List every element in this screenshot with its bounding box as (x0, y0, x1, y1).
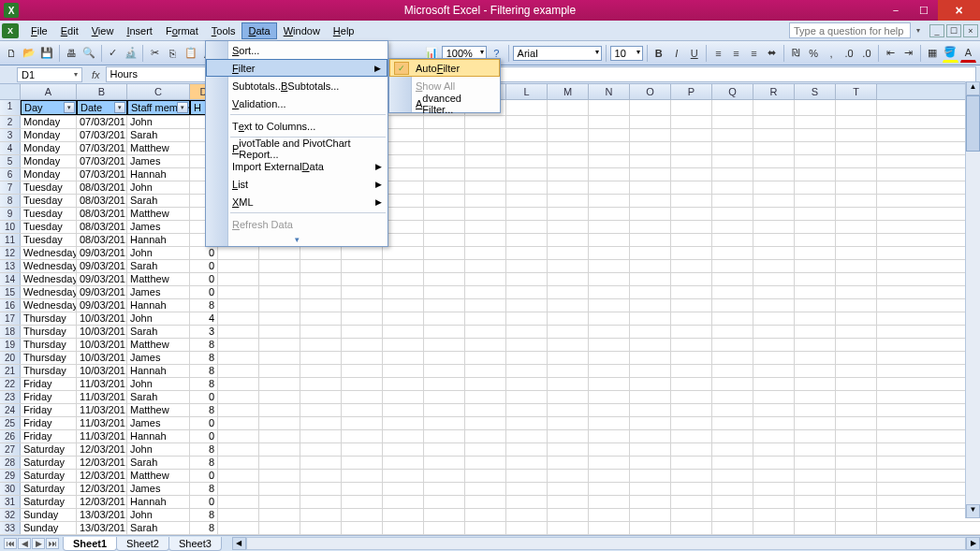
open-button[interactable]: 📂 (22, 44, 37, 63)
cell[interactable] (753, 299, 795, 312)
cell[interactable] (465, 443, 506, 456)
menu-item-pivottable-and-pivotchart-report-[interactable]: PivotTable and PivotChart Report... (206, 139, 388, 157)
col-header-O[interactable]: O (630, 84, 671, 99)
scroll-up-button[interactable]: ▲ (966, 81, 980, 95)
cell[interactable] (548, 326, 589, 338)
underline-button[interactable]: U (686, 44, 702, 63)
cell[interactable] (795, 247, 836, 259)
cell[interactable] (465, 509, 506, 521)
cell[interactable] (795, 221, 836, 233)
cell[interactable] (589, 260, 630, 272)
cell[interactable] (795, 208, 836, 220)
cell[interactable] (712, 273, 753, 285)
row-header[interactable]: 29 (0, 470, 21, 482)
research-button[interactable]: 🔬 (123, 44, 139, 63)
cell[interactable] (424, 404, 465, 416)
cell[interactable] (259, 365, 300, 377)
cell[interactable] (424, 443, 465, 456)
cell[interactable]: Matthew (127, 339, 190, 351)
cell[interactable] (630, 443, 671, 456)
fx-icon[interactable]: fx (86, 69, 106, 80)
cell[interactable] (300, 365, 342, 377)
cell[interactable] (753, 100, 795, 115)
cell[interactable] (506, 312, 548, 325)
cell[interactable] (300, 470, 342, 482)
cell[interactable] (300, 260, 342, 272)
cell[interactable]: 8 (190, 339, 218, 351)
cell[interactable] (300, 483, 342, 495)
cell[interactable] (383, 352, 424, 364)
menu-item-advanced-filter-[interactable]: Advanced Filter... (389, 94, 500, 112)
menu-file[interactable]: File (24, 22, 54, 39)
cell[interactable] (342, 417, 383, 429)
cell[interactable] (753, 483, 795, 495)
cell[interactable]: 10/03/2011 (77, 352, 127, 364)
col-header-M[interactable]: M (548, 84, 589, 99)
row-header[interactable]: 2 (0, 116, 21, 128)
cell[interactable] (753, 208, 795, 220)
cell[interactable] (218, 417, 259, 429)
cell[interactable] (424, 312, 465, 325)
cell[interactable] (630, 430, 671, 442)
cell[interactable] (753, 430, 795, 442)
cell[interactable] (589, 234, 630, 246)
cell[interactable] (795, 417, 836, 429)
menu-item-xml[interactable]: XML▶ (206, 193, 388, 210)
sheet-tab-sheet2[interactable]: Sheet2 (116, 537, 169, 551)
cell[interactable]: 08/03/2011 (77, 234, 127, 246)
cell[interactable]: 10/03/2011 (77, 312, 127, 325)
cell[interactable] (630, 339, 671, 351)
cell[interactable]: Thursday (21, 312, 77, 325)
cell[interactable] (465, 260, 506, 272)
cell[interactable] (671, 443, 712, 456)
cell[interactable] (589, 470, 630, 482)
cell[interactable] (795, 195, 836, 207)
cell[interactable]: Monday (21, 129, 77, 141)
cell[interactable] (548, 391, 589, 403)
cell[interactable] (300, 443, 342, 456)
align-center-button[interactable]: ≡ (728, 44, 744, 63)
row-header[interactable]: 3 (0, 129, 21, 141)
cell[interactable]: Matthew (127, 273, 190, 285)
cell[interactable] (383, 509, 424, 521)
cell[interactable] (795, 234, 836, 246)
cell[interactable]: 09/03/2011 (77, 299, 127, 312)
cell[interactable] (383, 443, 424, 456)
cell[interactable] (589, 522, 630, 534)
print-button[interactable]: 🖶 (64, 44, 80, 63)
cell[interactable]: Sarah (127, 391, 190, 403)
cell[interactable] (589, 483, 630, 495)
cell[interactable]: 8 (190, 457, 218, 469)
cell[interactable] (712, 195, 753, 207)
cell[interactable] (712, 470, 753, 482)
cell[interactable] (383, 299, 424, 312)
cell[interactable] (506, 430, 548, 442)
cell[interactable]: John (127, 443, 190, 456)
cell[interactable] (259, 247, 300, 259)
cell[interactable] (836, 168, 877, 181)
cell[interactable] (506, 129, 548, 141)
cell[interactable] (424, 470, 465, 482)
menu-data[interactable]: Data (241, 22, 276, 39)
cell[interactable] (424, 326, 465, 338)
cell[interactable]: 12/03/2011 (77, 443, 127, 456)
cell[interactable]: James (127, 221, 190, 233)
cell[interactable] (795, 365, 836, 377)
cell[interactable] (795, 116, 836, 128)
mdi-restore[interactable]: ☐ (946, 24, 961, 37)
tab-last-button[interactable]: ⏭ (46, 538, 59, 549)
cell[interactable] (506, 522, 548, 534)
cell[interactable] (548, 404, 589, 416)
cell[interactable] (383, 260, 424, 272)
bold-button[interactable]: B (651, 44, 666, 63)
cell[interactable] (753, 168, 795, 181)
cell[interactable] (671, 430, 712, 442)
filter-dropdown-icon[interactable]: ▾ (114, 102, 125, 113)
cell[interactable] (630, 470, 671, 482)
cell[interactable] (671, 221, 712, 233)
currency-button[interactable]: ₪ (788, 44, 804, 63)
cell[interactable] (259, 352, 300, 364)
cell[interactable] (795, 286, 836, 298)
cell[interactable] (548, 247, 589, 259)
help-search-input[interactable] (789, 22, 911, 38)
